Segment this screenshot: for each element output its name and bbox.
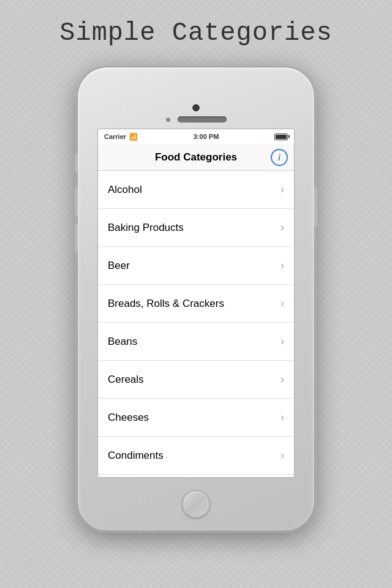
list-item-label-baking-products: Baking Products: [108, 222, 184, 234]
chevron-icon-beer: ›: [281, 259, 284, 272]
camera: [192, 104, 200, 111]
list-item-label-cheeses: Cheeses: [108, 412, 149, 424]
chevron-icon-baking-products: ›: [281, 221, 284, 234]
status-time: 3:00 PM: [194, 133, 219, 140]
list-item-cheeses[interactable]: Cheeses›: [98, 399, 294, 437]
list-item-label-condiments: Condiments: [108, 450, 164, 462]
wifi-icon: 📶: [129, 133, 138, 141]
status-right: [274, 134, 288, 140]
speaker-grille: [178, 116, 227, 123]
list-item-cereals[interactable]: Cereals›: [98, 361, 294, 399]
nav-bar: Food Categories i: [98, 144, 294, 171]
list-item-label-beans: Beans: [108, 336, 137, 348]
sensor-dot: [166, 118, 170, 122]
info-button[interactable]: i: [271, 149, 288, 166]
status-left: Carrier 📶: [104, 133, 138, 141]
chevron-icon-beans: ›: [281, 335, 284, 348]
list-item-condiments[interactable]: Condiments›: [98, 437, 294, 475]
list-item-label-alcohol: Alcohol: [108, 184, 142, 196]
phone-bottom: [78, 478, 314, 530]
volume-down-button[interactable]: [75, 224, 78, 253]
list-item-beans[interactable]: Beans›: [98, 323, 294, 361]
phone-screen: Carrier 📶 3:00 PM Food Categories i Alco…: [97, 129, 295, 478]
volume-up-button[interactable]: [75, 187, 78, 216]
home-button[interactable]: [182, 490, 210, 518]
list-item-baking-products[interactable]: Baking Products›: [98, 209, 294, 247]
list-item-label-beer: Beer: [108, 260, 130, 272]
phone-top: [78, 67, 314, 129]
battery-fill: [276, 135, 287, 139]
status-bar: Carrier 📶 3:00 PM: [98, 129, 294, 144]
power-button[interactable]: [314, 187, 317, 226]
speaker-area: [166, 116, 227, 123]
chevron-icon-condiments: ›: [281, 449, 284, 462]
list-item-breads-rolls-crackers[interactable]: Breads, Rolls & Crackers›: [98, 285, 294, 323]
battery-icon: [274, 134, 288, 140]
chevron-icon-cereals: ›: [281, 373, 284, 386]
category-list: Alcohol›Baking Products›Beer›Breads, Rol…: [98, 171, 294, 477]
chevron-icon-cheeses: ›: [281, 411, 284, 424]
mute-button[interactable]: [75, 153, 78, 173]
list-item-label-cereals: Cereals: [108, 374, 144, 386]
info-icon: i: [278, 153, 281, 162]
phone-shell: Carrier 📶 3:00 PM Food Categories i Alco…: [77, 66, 315, 532]
page-title: Simple Categories: [59, 18, 332, 48]
nav-title: Food Categories: [155, 151, 237, 164]
list-item-label-breads-rolls-crackers: Breads, Rolls & Crackers: [108, 298, 224, 310]
chevron-icon-breads-rolls-crackers: ›: [281, 297, 284, 310]
list-item-beer[interactable]: Beer›: [98, 247, 294, 285]
carrier-label: Carrier: [104, 133, 126, 140]
list-item-alcohol[interactable]: Alcohol›: [98, 171, 294, 209]
chevron-icon-alcohol: ›: [281, 183, 284, 196]
